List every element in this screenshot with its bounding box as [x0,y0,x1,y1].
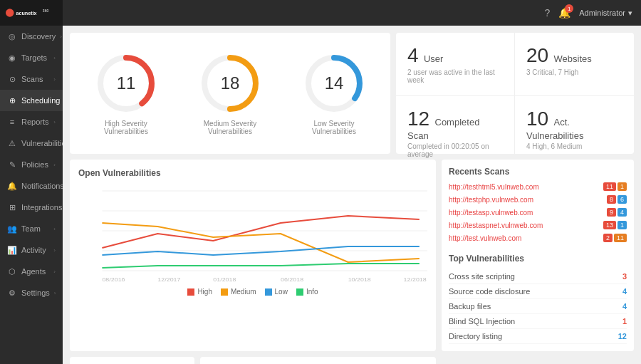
gauge-medium-label: Medium Severity Vulnerabilities [191,120,269,135]
stat-vuln-number: 10 [526,108,548,130]
svg-rect-20 [187,288,194,296]
badge-blue-1: 6 [617,195,627,204]
recent-badges-3: 13 1 [603,221,627,229]
main-content: 11 High Severity Vulnerabilities 18 Medi… [63,26,641,364]
recent-url-2[interactable]: http://testasp.vulnweb.com [449,209,607,217]
discovery-icon: ◎ [7,31,17,41]
vuln-count-4: 12 [618,332,627,340]
sidebar-item-scans[interactable]: ⊙ Scans › [0,68,63,90]
stat-websites-title: Websites [554,53,592,64]
legend-low-icon [265,288,272,296]
sidebar-item-vulnerabilities[interactable]: ⚠ Vulnerabilities › [0,132,63,154]
recent-badges-0: 11 1 [603,182,627,191]
recent-url-4[interactable]: http://test.vulnweb.com [449,234,603,242]
recent-item-0: http://testhtml5.vulnweb.com 11 1 [449,182,627,191]
recent-url-1[interactable]: http://testphp.vulnweb.com [449,196,607,204]
nav-items: ◎ Discovery › ◉ Targets › ⊙ Scans › ⊕ Sc… [0,26,63,364]
chevron-policies: › [53,162,56,168]
recent-badges-4: 2 11 [603,234,627,242]
sidebar-item-targets[interactable]: ◉ Targets › [0,47,63,68]
donut-panel: Open Vulnerabilities 1 Website(s) Medium [70,357,194,364]
scheduling-icon: ⊕ [7,95,17,105]
vuln-name-1: Source code disclosure [449,287,530,296]
vuln-count-0: 3 [622,272,627,281]
gauge-high-circle: 11 [94,51,158,115]
scans-icon: ⊙ [7,74,17,84]
targets-icon: ◉ [7,53,17,63]
open-vulnerabilities-chart-panel: Open Vulnerabilities 08/2016 12/2017 01/… [70,160,436,351]
settings-icon: ⚙ [7,288,17,298]
badge-red-0: 11 [603,182,616,191]
notification-badge: 1 [565,4,573,13]
top-vuln-section: Top Vulnerabilities Cross site scripting… [449,254,627,344]
recent-url-0[interactable]: http://testhtml5.vulnweb.com [449,183,603,191]
recent-item-1: http://testphp.vulnweb.com 8 6 [449,195,627,204]
sidebar-item-agents[interactable]: ⬡ Agents › [0,261,63,282]
badge-orange-0: 1 [617,182,627,191]
stat-websites-sub: 3 Critical, 7 High [526,68,622,76]
legend-medium: Medium [221,288,256,296]
sidebar-item-discovery[interactable]: ◎ Discovery › [0,26,63,47]
svg-rect-22 [265,288,272,296]
logo-svg: acunetix 360 [6,6,57,20]
chevron-reports: › [53,119,56,125]
svg-text:12/2017: 12/2017 [157,276,180,282]
team-icon: 👥 [7,224,17,234]
stat-websites: 20 Websites 3 Critical, 7 High [515,33,634,96]
chevron-targets: › [53,55,56,61]
stat-act-vulnerabilities: 10 Act. Vulnerabilities 4 High, 6 Medium [515,96,634,170]
vuln-count-1: 4 [622,287,627,296]
sidebar-label-scans: Scans [21,75,49,83]
middle-row: Open Vulnerabilities 08/2016 12/2017 01/… [70,160,634,351]
stat-websites-number: 20 [526,44,548,66]
svg-text:12/2018: 12/2018 [404,276,427,282]
sidebar-item-scheduling[interactable]: ⊕ Scheduling › [0,90,63,111]
recent-badges-2: 9 4 [607,208,627,217]
svg-text:10/2018: 10/2018 [348,276,371,282]
legend-low: Low [265,288,288,296]
sidebar-item-notifications[interactable]: 🔔 Notifications › [0,175,63,197]
legend-high: High [187,288,212,296]
badge-red-2: 9 [607,208,616,217]
gauge-high-label: High Severity Vulnerabilities [87,120,165,135]
chevron-discovery: › [60,33,62,40]
sidebar-label-scheduling: Scheduling [21,96,60,105]
gauge-high-value: 11 [117,73,136,93]
header: ? 🔔 1 Administrator ▾ [63,0,641,26]
vuln-item-2: Backup files 4 [449,299,627,314]
vuln-name-3: Blind SQL Injection [449,317,515,326]
sidebar-item-settings[interactable]: ⚙ Settings › [0,282,63,303]
line-chart-area: 08/2016 12/2017 01/2018 06/2018 10/2018 … [78,184,427,284]
help-icon[interactable]: ? [544,7,550,19]
vuln-item-4: Directory listing 12 [449,329,627,344]
legend-medium-icon [221,288,228,296]
stat-scans-number: 12 [407,108,429,130]
legend-info-icon [296,288,303,296]
sidebar-item-integrations[interactable]: ⊞ Integrations › [0,197,63,218]
vuln-count-2: 4 [622,302,627,311]
gauge-medium: 18 Medium Severity Vulnerabilities [191,51,269,135]
legend-medium-label: Medium [231,288,256,296]
user-menu[interactable]: Administrator ▾ [579,9,632,18]
badge-red-3: 13 [603,221,616,229]
vuln-item-3: Blind SQL Injection 1 [449,314,627,329]
recent-url-3[interactable]: http://testaspnet.vulnweb.com [449,222,603,229]
svg-point-0 [6,9,14,17]
stat-users: 4 User 2 user was active in the last wee… [396,33,515,96]
sidebar-item-activity[interactable]: 📊 Activity › [0,239,63,261]
svg-text:360: 360 [43,9,49,13]
notification-area[interactable]: 🔔 1 [558,7,570,19]
legend-low-label: Low [275,288,288,296]
sidebar-item-policies[interactable]: ✎ Policies › [0,154,63,175]
sidebar-item-reports[interactable]: ≡ Reports › [0,111,63,132]
agents-icon: ⬡ [7,266,17,276]
sidebar-item-team[interactable]: 👥 Team › [0,218,63,239]
recents-list: http://testhtml5.vulnweb.com 11 1 http:/… [449,182,627,242]
sidebar-label-activity: Activity [21,246,49,254]
chevron-down-icon: ▾ [628,9,632,18]
bottom-row: Open Vulnerabilities 1 Website(s) Medium [70,357,634,364]
sidebar-label-integrations: Integrations [21,203,62,212]
logo: acunetix 360 [0,0,63,26]
chevron-agents: › [53,269,56,275]
notifications-icon: 🔔 [7,181,17,191]
